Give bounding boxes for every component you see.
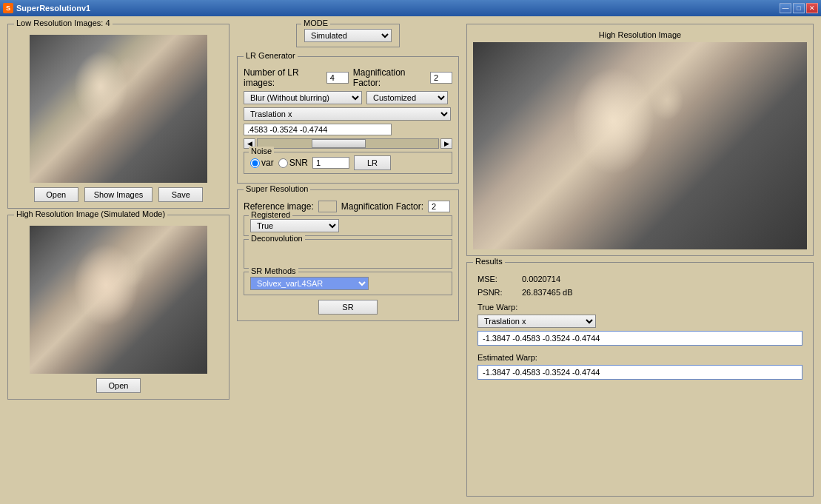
scroll-area: ◀ ▶ bbox=[244, 138, 452, 149]
sr-method-select[interactable]: Solvex_varL4SAR bbox=[250, 277, 369, 290]
lr-images-panel: Low Resolution Images: 4 Open Show Image… bbox=[7, 24, 229, 209]
mode-label: MODE bbox=[301, 19, 330, 27]
mag-factor2-input[interactable] bbox=[428, 201, 450, 212]
mode-panel: MODE Simulated bbox=[296, 24, 400, 47]
middle-panel: MODE Simulated LR Generator Number of LR… bbox=[237, 24, 459, 497]
num-lr-input[interactable] bbox=[326, 72, 349, 84]
psnr-value: 26.837465 dB bbox=[522, 288, 573, 297]
lr-open-button[interactable]: Open bbox=[34, 187, 78, 202]
hr-image-panel: High Resolution Image bbox=[466, 24, 814, 256]
close-button[interactable]: ✕ bbox=[806, 3, 818, 13]
hr-image-title: High Resolution Image bbox=[599, 30, 681, 39]
noise-value-input[interactable] bbox=[312, 157, 349, 169]
noise-panel: Noise var SNR LR bbox=[244, 152, 452, 174]
app-title: SuperResolutionv1 bbox=[16, 4, 90, 13]
lr-gen-label: LR Generator bbox=[244, 51, 298, 60]
psnr-label: PSNR: bbox=[477, 288, 522, 297]
deconvolution-label: Deconvolution bbox=[249, 234, 305, 243]
noise-label: Noise bbox=[249, 147, 274, 155]
lr-generator-panel: LR Generator Number of LR images: Magnif… bbox=[237, 56, 459, 184]
hr-sim-panel-title: High Resolution Image (Simulated Mode) bbox=[14, 209, 167, 218]
scroll-track[interactable] bbox=[257, 138, 439, 149]
mag-factor-input[interactable] bbox=[430, 72, 452, 84]
results-panel: Results MSE: 0.0020714 PSNR: 26.837465 d… bbox=[466, 262, 814, 497]
num-lr-label: Number of LR images: bbox=[244, 67, 322, 88]
estimated-warp-label: Estimated Warp: bbox=[477, 353, 802, 362]
results-label: Results bbox=[473, 257, 505, 266]
mag-factor2-label: Magnification Factor: bbox=[341, 201, 423, 212]
translation-select[interactable]: Traslation x bbox=[244, 107, 451, 121]
mode-select[interactable]: Simulated bbox=[304, 29, 392, 42]
sr-methods-label: SR Methods bbox=[249, 266, 298, 275]
blur-select[interactable]: Blur (Without blurring) bbox=[244, 91, 362, 104]
super-resolution-panel: Super Resolution Reference image: Magnif… bbox=[237, 189, 459, 321]
mode-section: MODE Simulated bbox=[237, 24, 459, 47]
noise-var-radio[interactable] bbox=[250, 158, 260, 168]
registered-label: Registered bbox=[249, 210, 292, 219]
show-images-button[interactable]: Show Images bbox=[84, 187, 153, 202]
noise-snr-radio[interactable] bbox=[278, 158, 288, 168]
sr-button[interactable]: SR bbox=[318, 300, 378, 315]
estimated-warp-values: -1.3847 -0.4583 -0.3524 -0.4744 bbox=[477, 365, 802, 380]
sr-methods-panel: SR Methods Solvex_varL4SAR bbox=[244, 272, 452, 295]
warp-values-input[interactable] bbox=[244, 124, 392, 135]
deconvolution-panel: Deconvolution bbox=[244, 239, 452, 269]
noise-snr-label: SNR bbox=[289, 158, 308, 168]
ref-image-input[interactable] bbox=[318, 201, 337, 212]
lr-panel-title: Low Resolution Images: 4 bbox=[14, 19, 113, 27]
scroll-thumb bbox=[312, 139, 366, 148]
true-warp-label: True Warp: bbox=[477, 303, 802, 312]
left-panel: Low Resolution Images: 4 Open Show Image… bbox=[7, 24, 229, 497]
customized-select[interactable]: Customized bbox=[366, 91, 448, 104]
mse-label: MSE: bbox=[477, 275, 522, 283]
true-warp-values: -1.3847 -0.4583 -0.3524 -0.4744 bbox=[477, 331, 802, 346]
lr-btn[interactable]: LR bbox=[354, 155, 391, 170]
hr-open-button[interactable]: Open bbox=[96, 378, 141, 393]
scroll-right-btn[interactable]: ▶ bbox=[440, 138, 452, 149]
noise-var-label: var bbox=[261, 158, 274, 168]
lr-image-display bbox=[30, 35, 207, 183]
mag-factor-label: Magnification Factor: bbox=[353, 67, 426, 88]
minimize-button[interactable]: — bbox=[780, 3, 791, 13]
registered-panel: Registered True bbox=[244, 215, 452, 236]
maximize-button[interactable]: □ bbox=[793, 3, 805, 13]
save-button[interactable]: Save bbox=[158, 187, 203, 202]
sr-panel-label: Super Resolution bbox=[244, 184, 310, 193]
hr-sim-image-display bbox=[30, 226, 207, 374]
registered-select[interactable]: True bbox=[250, 219, 339, 232]
window-controls: — □ ✕ bbox=[780, 3, 818, 13]
hr-image-display bbox=[473, 42, 807, 249]
mse-value: 0.0020714 bbox=[522, 275, 560, 283]
app-icon: S bbox=[3, 3, 13, 13]
right-panel: High Resolution Image Results MSE: 0.002… bbox=[466, 24, 814, 497]
true-warp-type-select[interactable]: Traslation x bbox=[477, 315, 596, 328]
titlebar: S SuperResolutionv1 — □ ✕ bbox=[0, 0, 821, 16]
hr-sim-panel: High Resolution Image (Simulated Mode) O… bbox=[7, 215, 229, 400]
main-content: Low Resolution Images: 4 Open Show Image… bbox=[0, 16, 821, 504]
